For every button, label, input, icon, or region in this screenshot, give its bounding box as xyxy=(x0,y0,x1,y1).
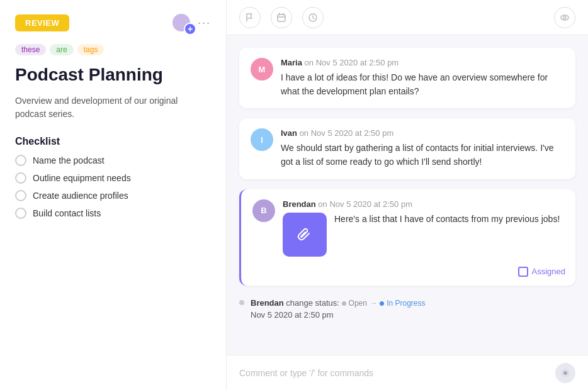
left-panel: REVIEW + ··· these are tags Podcast Plan… xyxy=(0,0,227,390)
send-comment-button[interactable] xyxy=(555,363,575,383)
comment-body-ivan: Ivan on Nov 5 2020 at 2:50 pm We should … xyxy=(281,128,564,169)
right-header xyxy=(227,0,588,35)
right-panel: M Maria on Nov 5 2020 at 2:50 pm I have … xyxy=(227,0,588,390)
checklist-item: Create audience profiles xyxy=(15,190,211,201)
svg-point-5 xyxy=(563,371,567,375)
comment-meta-ivan: Ivan on Nov 5 2020 at 2:50 pm xyxy=(281,128,564,138)
comment-input-bar: Comment or type '/' for commands xyxy=(227,355,588,390)
status-open-badge: Open xyxy=(342,298,367,309)
comment-timestamp-brendan: on Nov 5 2020 at 2:50 pm xyxy=(318,199,412,209)
top-bar-right: + ··· xyxy=(171,13,211,33)
svg-point-3 xyxy=(563,16,566,19)
comment-author-maria: Maria xyxy=(281,58,302,67)
checklist-checkbox-2[interactable] xyxy=(15,172,26,184)
status-dot-open xyxy=(342,301,346,306)
comment-body-brendan: Brendan on Nov 5 2020 at 2:50 pm Here's … xyxy=(283,199,564,276)
comment-card-maria: M Maria on Nov 5 2020 at 2:50 pm I have … xyxy=(239,48,575,108)
checklist-item: Name the podcast xyxy=(15,155,211,166)
calendar-icon[interactable] xyxy=(271,7,292,28)
status-arrow-icon: → xyxy=(370,298,378,308)
checklist-title: Checklist xyxy=(15,136,211,147)
clock-icon[interactable] xyxy=(302,7,324,28)
avatar-ivan: I xyxy=(251,128,273,151)
svg-rect-0 xyxy=(278,14,285,21)
avatar-brendan: B xyxy=(252,199,275,222)
comment-author-ivan: Ivan xyxy=(281,128,297,138)
comment-timestamp-maria: on Nov 5 2020 at 2:50 pm xyxy=(305,58,399,67)
more-options-button[interactable]: ··· xyxy=(198,16,211,30)
status-event: Brendan change status: Open → In Progres… xyxy=(239,296,575,323)
comment-meta-brendan: Brendan on Nov 5 2020 at 2:50 pm xyxy=(283,199,564,209)
status-action-label: change status: xyxy=(286,298,339,308)
comment-placeholder: Comment or type '/' for commands xyxy=(239,368,555,378)
flag-icon[interactable] xyxy=(239,7,261,28)
attachment-icon[interactable] xyxy=(283,213,327,257)
status-event-text: Brendan change status: Open → In Progres… xyxy=(251,297,426,321)
checklist-item: Build contact lists xyxy=(15,208,211,219)
checklist-checkbox-1[interactable] xyxy=(15,155,26,166)
tag-are[interactable]: are xyxy=(50,44,73,55)
avatar-maria: M xyxy=(251,58,273,81)
status-event-timestamp: Nov 5 2020 at 2:50 pm xyxy=(251,310,334,320)
comment-author-brendan: Brendan xyxy=(283,199,316,209)
comment-text-ivan: We should start by gathering a list of c… xyxy=(281,142,564,169)
page-title: Podcast Planning xyxy=(15,64,211,86)
avatar-group: + xyxy=(171,13,191,33)
checklist-label-1: Name the podcast xyxy=(33,155,105,165)
checklist-label-2: Outline equipment needs xyxy=(33,173,131,183)
assigned-label: Assigned xyxy=(532,267,565,276)
header-icons-left xyxy=(239,7,324,28)
assigned-checkbox[interactable] xyxy=(518,267,528,277)
status-inprogress-badge: In Progress xyxy=(380,298,425,309)
eye-icon[interactable] xyxy=(554,7,575,28)
status-dot-inprogress xyxy=(380,301,384,306)
checklist-item: Outline equipment needs xyxy=(15,172,211,184)
tag-these[interactable]: these xyxy=(15,44,46,55)
checklist-label-3: Create audience profiles xyxy=(33,191,128,201)
checklist-checkbox-4[interactable] xyxy=(15,208,26,219)
status-open-label: Open xyxy=(349,298,367,309)
page-description: Overview and development of our original… xyxy=(15,94,211,121)
comments-area: M Maria on Nov 5 2020 at 2:50 pm I have … xyxy=(227,35,588,355)
comment-card-brendan: B Brendan on Nov 5 2020 at 2:50 pm Here'… xyxy=(239,189,575,286)
assigned-badge: Assigned xyxy=(518,267,565,277)
checklist-list: Name the podcast Outline equipment needs… xyxy=(15,155,211,219)
comment-card-ivan: I Ivan on Nov 5 2020 at 2:50 pm We shoul… xyxy=(239,118,575,179)
tags-row: these are tags xyxy=(15,44,211,55)
status-event-author: Brendan xyxy=(251,298,284,308)
comment-timestamp-ivan: on Nov 5 2020 at 2:50 pm xyxy=(300,128,394,138)
top-bar: REVIEW + ··· xyxy=(15,13,211,33)
comment-text-brendan: Here's a list that I have of contacts fr… xyxy=(334,213,560,226)
review-button[interactable]: REVIEW xyxy=(15,14,69,31)
tag-tags[interactable]: tags xyxy=(77,44,105,55)
comment-text-maria: I have a lot of ideas for this! Do we ha… xyxy=(281,71,564,98)
add-member-button[interactable]: + xyxy=(184,23,196,35)
status-inprogress-label: In Progress xyxy=(387,298,425,309)
comment-meta-maria: Maria on Nov 5 2020 at 2:50 pm xyxy=(281,58,564,67)
checklist-label-4: Build contact lists xyxy=(33,208,101,218)
checklist-checkbox-3[interactable] xyxy=(15,190,26,201)
svg-point-2 xyxy=(561,15,568,20)
comment-body-maria: Maria on Nov 5 2020 at 2:50 pm I have a … xyxy=(281,58,564,98)
status-dot-icon xyxy=(239,300,244,305)
